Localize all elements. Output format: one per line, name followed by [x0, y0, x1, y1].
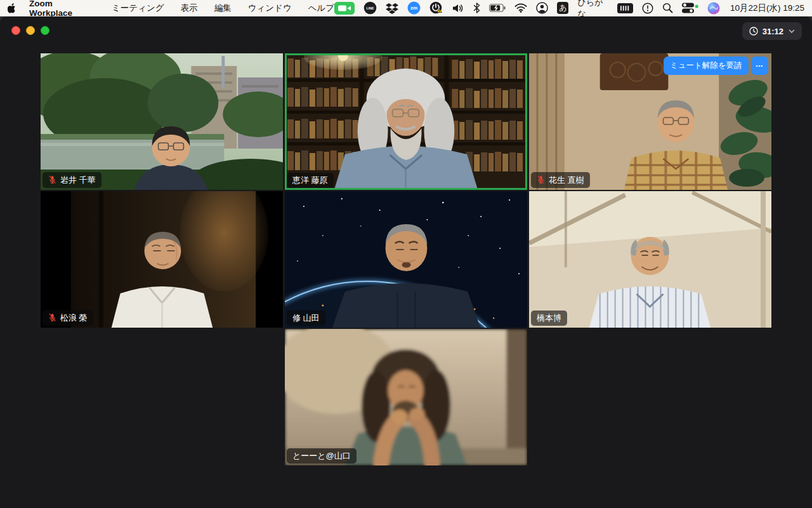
participant-video: [285, 329, 527, 465]
dropbox-icon[interactable]: [386, 3, 398, 14]
bluetooth-icon[interactable]: [473, 3, 480, 13]
video-tile[interactable]: 橋本博: [529, 191, 771, 328]
input-method-badge[interactable]: あ: [557, 2, 568, 14]
video-tile[interactable]: 松浪 榮: [41, 191, 283, 328]
mic-muted-icon: [48, 175, 56, 184]
participant-name: とーーと@山口: [292, 451, 351, 460]
apple-logo-icon[interactable]: [8, 3, 16, 13]
mic-muted-icon: [537, 175, 545, 184]
chevron-down-icon[interactable]: [789, 29, 795, 34]
wifi-icon[interactable]: [514, 3, 527, 13]
participant-video: [285, 53, 527, 190]
keyboard-icon[interactable]: [617, 3, 633, 13]
ask-to-unmute-button[interactable]: ミュート解除を要請: [664, 57, 749, 75]
participant-name: 修 山田: [292, 314, 320, 322]
menubar-clock[interactable]: 10月22日(水) 19:25: [730, 3, 804, 14]
minimize-window-button[interactable]: [26, 26, 35, 35]
participant-video: [41, 53, 283, 190]
user-account-icon[interactable]: [536, 2, 548, 14]
participant-name-label: 花生 直樹: [531, 172, 590, 188]
menu-window[interactable]: ウィンドウ: [248, 3, 292, 14]
battery-charging-icon[interactable]: [489, 4, 506, 12]
app-name[interactable]: Zoom Workplace: [29, 0, 95, 18]
line-app-icon[interactable]: LINE: [363, 1, 377, 15]
siri-icon[interactable]: [707, 2, 720, 15]
participant-name-label: 松浪 榮: [43, 310, 93, 326]
menu-help[interactable]: ヘルプ: [308, 3, 334, 14]
video-tile[interactable]: 恵洋 藤原: [285, 53, 527, 190]
participant-name: 花生 直樹: [549, 176, 584, 184]
participant-name: 恵洋 藤原: [292, 176, 328, 184]
mic-muted-icon: [48, 313, 56, 322]
participant-name-label: 岩井 千華: [43, 172, 102, 188]
participant-name: 岩井 千華: [60, 176, 96, 184]
control-center-icon[interactable]: [682, 3, 698, 13]
meeting-timer[interactable]: 31:12: [742, 22, 802, 40]
clock-icon: [749, 27, 758, 36]
menu-meeting[interactable]: ミーティング: [112, 3, 164, 14]
participant-name-label: とーーと@山口: [287, 448, 357, 464]
power-warning-icon[interactable]: [429, 1, 443, 15]
participant-name: 橋本博: [537, 314, 561, 322]
participant-name-label: 修 山田: [287, 311, 325, 326]
menu-view[interactable]: 表示: [181, 3, 198, 14]
svg-text:LINE: LINE: [367, 6, 374, 10]
volume-icon[interactable]: [452, 3, 464, 13]
video-tile[interactable]: 修 山田: [285, 191, 527, 328]
meeting-timer-value: 31:12: [763, 27, 783, 36]
participant-hover-actions: ミュート解除を要請 •••: [664, 57, 768, 75]
search-icon[interactable]: [662, 3, 673, 13]
participant-name-label: 恵洋 藤原: [287, 173, 334, 188]
camera-active-icon[interactable]: [334, 2, 355, 15]
participant-name-label: 橋本博: [531, 311, 567, 326]
macos-menu-bar: Zoom Workplace ミーティング 表示 編集 ウィンドウ ヘルプ LI…: [0, 0, 812, 17]
participant-video: [285, 191, 527, 328]
video-tile[interactable]: ミュート解除を要請 ••• 花生 直樹: [529, 53, 771, 190]
close-window-button[interactable]: [11, 26, 20, 35]
menu-edit[interactable]: 編集: [214, 3, 232, 14]
video-tile[interactable]: 岩井 千華: [41, 53, 283, 190]
zoom-tray-icon[interactable]: zm: [407, 1, 421, 15]
svg-text:zm: zm: [410, 5, 417, 11]
video-tile[interactable]: とーーと@山口: [285, 329, 527, 465]
fullscreen-window-button[interactable]: [41, 26, 49, 35]
participant-video: [529, 191, 771, 328]
participant-name: 松浪 榮: [60, 314, 88, 322]
participant-video: [41, 191, 283, 328]
clock-alert-icon[interactable]: [642, 3, 653, 14]
more-options-button[interactable]: •••: [751, 57, 768, 75]
window-controls: [11, 26, 49, 35]
zoom-meeting-window: 31:12: [0, 17, 812, 508]
